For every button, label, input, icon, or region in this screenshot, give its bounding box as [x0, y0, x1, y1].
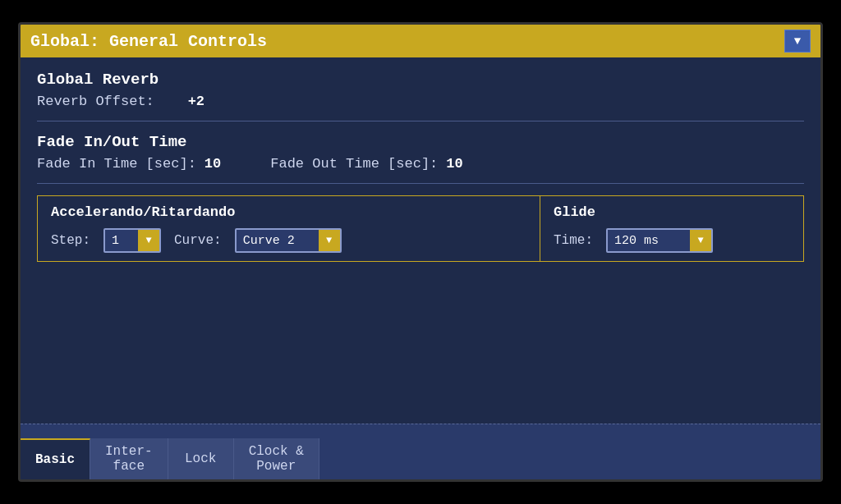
glide-time-dropdown[interactable]: 120 ms ▼ — [606, 228, 713, 253]
fade-title: Fade In/Out Time — [37, 133, 804, 151]
curve-label: Curve: — [174, 233, 222, 248]
fade-out-value: 10 — [446, 156, 462, 172]
fade-in-item: Fade In Time [sec]: 10 — [37, 156, 221, 172]
fade-out-item: Fade Out Time [sec]: 10 — [270, 156, 462, 172]
title-bar: Global: General Controls — [21, 25, 820, 57]
reverb-offset-row: Reverb Offset: +2 — [37, 94, 804, 109]
curve-dropdown[interactable]: Curve 2 ▼ — [235, 228, 342, 253]
reverb-offset-value: +2 — [188, 94, 205, 109]
glide-section: Glide Time: 120 ms ▼ — [540, 196, 803, 261]
glide-time-value: 120 ms — [608, 234, 690, 248]
glide-time-dropdown-arrow-icon: ▼ — [690, 230, 711, 251]
tab-interface[interactable]: Inter- face — [90, 438, 168, 479]
fade-out-label: Fade Out Time [sec]: — [270, 156, 438, 172]
global-reverb-section: Global Reverb Reverb Offset: +2 — [37, 71, 804, 121]
accel-controls-row: Step: 1 ▼ Curve: Curve 2 ▼ — [51, 228, 526, 253]
step-label: Step: — [51, 233, 90, 248]
accel-title: Accelerando/Ritardando — [51, 204, 526, 220]
glide-time-label: Time: — [554, 233, 593, 248]
glide-title: Glide — [554, 204, 790, 220]
step-dropdown-arrow-icon: ▼ — [138, 230, 159, 251]
tab-basic[interactable]: Basic — [21, 438, 90, 479]
title-text: Global: General Controls — [30, 32, 267, 51]
title-dropdown-button[interactable] — [784, 30, 811, 53]
curve-value: Curve 2 — [237, 234, 319, 248]
tabs-bar: Basic Inter- face Lock Clock & Power — [21, 424, 820, 479]
fade-section: Fade In/Out Time Fade In Time [sec]: 10 … — [37, 133, 804, 184]
global-reverb-title: Global Reverb — [37, 71, 804, 89]
tab-lock[interactable]: Lock — [168, 438, 234, 479]
reverb-offset-label: Reverb Offset: — [37, 94, 154, 109]
curve-dropdown-arrow-icon: ▼ — [319, 230, 340, 251]
step-dropdown[interactable]: 1 ▼ — [103, 228, 161, 253]
tab-clock-power[interactable]: Clock & Power — [234, 438, 319, 479]
step-value: 1 — [105, 234, 138, 248]
glide-controls-row: Time: 120 ms ▼ — [554, 228, 790, 253]
fade-row: Fade In Time [sec]: 10 Fade Out Time [se… — [37, 156, 804, 172]
fade-in-label: Fade In Time [sec]: — [37, 156, 196, 172]
main-screen: Global: General Controls Global Reverb R… — [18, 22, 823, 482]
accel-section: Accelerando/Ritardando Step: 1 ▼ Curve: … — [38, 196, 540, 261]
bottom-section: Accelerando/Ritardando Step: 1 ▼ Curve: … — [37, 195, 804, 262]
main-content: Global Reverb Reverb Offset: +2 Fade In/… — [21, 57, 820, 424]
fade-in-value: 10 — [205, 156, 221, 172]
